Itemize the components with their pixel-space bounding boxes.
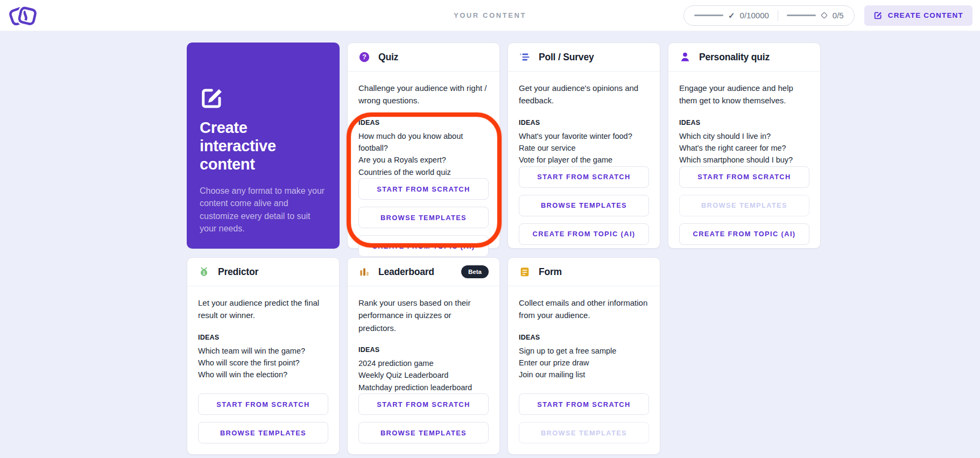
ideas-label: IDEAS — [519, 119, 649, 126]
card-poll-survey: Poll / Survey Get your audience's opinio… — [507, 43, 660, 249]
ideas-label: IDEAS — [198, 334, 328, 341]
predictor-start-from-scratch-button[interactable]: START FROM SCRATCH — [198, 393, 328, 415]
ideas-label: IDEAS — [358, 119, 489, 126]
card-description: Get your audience's opinions and feedbac… — [519, 82, 649, 107]
card-title: Quiz — [378, 52, 398, 63]
idea-item: Who will score the first point? — [198, 357, 328, 369]
edit-square-icon — [200, 86, 224, 110]
card-form: Form Collect emails and other informatio… — [507, 257, 660, 455]
idea-item: Who will win the election? — [198, 369, 328, 381]
predictor-browse-templates-button[interactable]: BROWSE TEMPLATES — [198, 422, 328, 443]
poll-browse-templates-button[interactable]: BROWSE TEMPLATES — [519, 195, 649, 216]
quiz-start-from-scratch-button[interactable]: START FROM SCRATCH — [358, 178, 489, 200]
views-usage-value: 0/10000 — [740, 11, 769, 20]
promo-card: Create interactive content Choose any fo… — [187, 43, 340, 249]
idea-item: Join our mailing list — [519, 369, 649, 381]
views-progress-bar — [694, 15, 723, 16]
card-description: Rank your users based on their performan… — [358, 297, 489, 334]
quiz-create-from-topic-ai-button[interactable]: CREATE FROM TOPIC (AI) — [358, 235, 489, 257]
card-predictor: 1 Predictor Let your audience predict th… — [187, 257, 340, 455]
idea-item: 2024 prediction game — [358, 357, 489, 369]
card-title: Predictor — [218, 266, 258, 278]
format-board: Create interactive content Choose any fo… — [187, 43, 821, 455]
promo-title: Create interactive content — [200, 119, 327, 174]
create-content-button[interactable]: CREATE CONTENT — [864, 5, 972, 26]
check-icon: ✓ — [728, 11, 735, 19]
leaderboard-browse-templates-button[interactable]: BROWSE TEMPLATES — [358, 422, 489, 443]
idea-item: Which city should I live in? — [679, 130, 809, 142]
promo-description: Choose any format to make your content c… — [200, 185, 327, 235]
ideas-label: IDEAS — [679, 119, 809, 126]
create-content-label: CREATE CONTENT — [888, 11, 963, 19]
idea-item: What's the right career for me? — [679, 142, 809, 154]
diamond-icon — [821, 12, 828, 19]
idea-item: Which smartphone should I buy? — [679, 154, 809, 166]
idea-item: Vote for player of the game — [519, 154, 649, 166]
beta-badge: Beta — [461, 265, 489, 278]
idea-item: Are you a Royals expert? — [358, 154, 489, 166]
idea-item: Rate our service — [519, 142, 649, 154]
personality-browse-templates-button-disabled: BROWSE TEMPLATES — [679, 195, 809, 216]
personality-start-from-scratch-button[interactable]: START FROM SCRATCH — [679, 166, 809, 188]
idea-item: Weekly Quiz Leaderboard — [358, 369, 489, 381]
usage-divider — [778, 10, 778, 21]
card-title: Poll / Survey — [539, 52, 594, 63]
idea-item: Countries of the world quiz — [358, 166, 489, 178]
card-quiz: ? Quiz Challenge your audience with righ… — [347, 43, 500, 249]
svg-text:1: 1 — [203, 270, 206, 276]
idea-item: Matchday prediction leaderboard — [358, 382, 489, 393]
quiz-browse-templates-button[interactable]: BROWSE TEMPLATES — [358, 207, 489, 228]
leaderboard-start-from-scratch-button[interactable]: START FROM SCRATCH — [358, 393, 489, 415]
idea-item: What's your favorite winter food? — [519, 130, 649, 142]
ideas-label: IDEAS — [519, 334, 649, 341]
svg-text:?: ? — [362, 53, 366, 61]
poll-bars-icon — [519, 51, 531, 63]
form-start-from-scratch-button[interactable]: START FROM SCRATCH — [519, 393, 649, 415]
ideas-label: IDEAS — [358, 346, 489, 354]
top-bar: YOUR CONTENT ✓ 0/10000 0/5 CREATE CONTEN… — [0, 0, 980, 31]
idea-item: Enter our prize draw — [519, 357, 649, 369]
card-title: Leaderboard — [378, 266, 434, 278]
card-description: Let your audience predict the final resu… — [198, 297, 328, 322]
edit-square-icon — [873, 11, 883, 20]
form-clipboard-icon — [519, 266, 531, 278]
card-title: Personality quiz — [699, 52, 770, 63]
medal-icon: 1 — [198, 266, 210, 278]
idea-item: Sign up to get a free sample — [519, 345, 649, 357]
card-description: Engage your audience and help them get t… — [679, 82, 809, 107]
card-title: Form — [539, 266, 562, 278]
card-leaderboard: Leaderboard Beta Rank your users based o… — [347, 257, 500, 455]
idea-item: How much do you know about football? — [358, 130, 489, 154]
usage-pill[interactable]: ✓ 0/10000 0/5 — [683, 5, 855, 26]
card-personality-quiz: Personality quiz Engage your audience an… — [668, 43, 821, 249]
quota-usage-value: 0/5 — [833, 11, 844, 20]
person-icon — [679, 51, 691, 63]
quota-progress-bar — [787, 15, 816, 16]
poll-start-from-scratch-button[interactable]: START FROM SCRATCH — [519, 166, 649, 188]
card-description: Challenge your audience with right / wro… — [358, 82, 489, 107]
personality-create-from-topic-ai-button[interactable]: CREATE FROM TOPIC (AI) — [679, 223, 809, 245]
question-circle-icon: ? — [358, 51, 370, 63]
poll-create-from-topic-ai-button[interactable]: CREATE FROM TOPIC (AI) — [519, 223, 649, 245]
bar-chart-icon — [358, 266, 370, 278]
idea-item: Which team will win the game? — [198, 345, 328, 357]
form-browse-templates-button-disabled: BROWSE TEMPLATES — [519, 422, 649, 443]
card-description: Collect emails and other information fro… — [519, 297, 649, 322]
